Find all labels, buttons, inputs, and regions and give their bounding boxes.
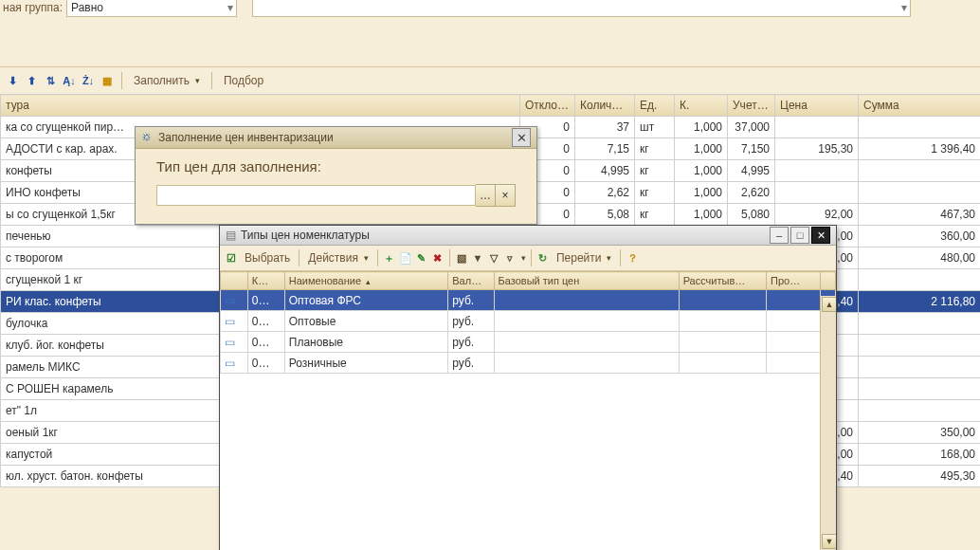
maximize-button[interactable]: □ <box>790 227 809 244</box>
cell-proc[interactable] <box>767 290 820 311</box>
cell-code[interactable]: 0… <box>247 353 284 374</box>
cell-price[interactable]: 92,00 <box>775 204 859 226</box>
arrow-down-icon[interactable]: ⬇ <box>6 74 19 87</box>
vertical-scrollbar[interactable]: ▲ ▼ <box>820 296 836 550</box>
close-button[interactable]: ✕ <box>811 227 830 244</box>
cell-proc[interactable] <box>767 311 820 332</box>
cell-sum[interactable]: 480,00 <box>859 248 981 269</box>
col-otk[interactable]: Отклон… <box>520 95 575 117</box>
arrow-up-icon[interactable]: ⬆ <box>25 74 38 87</box>
minimize-button[interactable]: – <box>770 227 789 244</box>
table-icon[interactable]: ▦ <box>100 74 114 87</box>
col-uchet[interactable]: Учет… <box>728 95 775 117</box>
cell-currency[interactable]: руб. <box>448 311 494 332</box>
col-code[interactable]: К… <box>247 272 284 290</box>
cell-currency[interactable]: руб. <box>448 332 494 353</box>
cell-icon[interactable]: ▭ <box>221 290 248 311</box>
cell-uchet[interactable]: 2,620 <box>728 182 775 204</box>
filter-operator-dropdown[interactable]: Равно ▾ <box>66 0 237 17</box>
clear-button[interactable]: × <box>496 184 516 207</box>
cell-sum[interactable] <box>859 117 981 138</box>
cell-uchet[interactable]: 37,000 <box>728 117 775 138</box>
cell-icon[interactable]: ▭ <box>221 311 248 332</box>
cell-sum[interactable] <box>859 160 981 182</box>
cell-code[interactable]: 0… <box>247 332 284 353</box>
cell-sum[interactable] <box>859 400 981 422</box>
cell-code[interactable]: 0… <box>247 311 284 332</box>
cell-sum[interactable]: 2 116,80 <box>859 291 981 313</box>
cell-qty[interactable]: 2,62 <box>575 182 635 204</box>
cell-unit[interactable]: кг <box>635 160 675 182</box>
col-name[interactable]: Наименование ▴ <box>284 272 448 290</box>
close-button[interactable]: ✕ <box>512 128 531 147</box>
list-item[interactable]: ▭0…Розничныеруб. <box>221 353 836 374</box>
cell-sum[interactable] <box>859 335 981 357</box>
cell-k[interactable]: 1,000 <box>675 138 728 160</box>
cell-calc[interactable] <box>679 332 766 353</box>
cell-price[interactable]: 195,30 <box>775 138 859 160</box>
cell-name[interactable]: Оптовые <box>284 311 448 332</box>
cell-price[interactable] <box>775 160 859 182</box>
cell-uchet[interactable]: 4,995 <box>728 160 775 182</box>
cell-code[interactable]: 0… <box>247 290 284 311</box>
cell-baseType[interactable] <box>494 332 679 353</box>
cell-baseType[interactable] <box>494 311 679 332</box>
cell-k[interactable]: 1,000 <box>675 160 728 182</box>
col-k[interactable]: К. <box>675 95 728 117</box>
col-proc[interactable]: Про… <box>767 272 820 290</box>
cell-calc[interactable] <box>679 311 766 332</box>
refresh-icon[interactable]: ↻ <box>536 251 550 265</box>
cell-k[interactable]: 1,000 <box>675 204 728 226</box>
actions-button[interactable]: Действия ▾ <box>304 249 372 266</box>
price-types-grid[interactable]: К… Наименование ▴ Вал… Базовый тип цен Р… <box>220 271 836 550</box>
sort-za-icon[interactable]: Ż↓ <box>82 74 95 87</box>
cell-sum[interactable] <box>859 378 981 400</box>
cell-sum[interactable]: 360,00 <box>859 226 981 248</box>
col-calc[interactable]: Рассчитыв… <box>679 272 766 290</box>
cell-baseType[interactable] <box>494 353 679 374</box>
mark-delete-icon[interactable]: ▧ <box>455 251 468 265</box>
col-icon[interactable] <box>221 272 248 290</box>
select-button[interactable]: Выбрать <box>241 249 294 266</box>
cell-price[interactable] <box>775 182 859 204</box>
window-title-bar[interactable]: ▤ Типы цен номенклатуры – □ ✕ <box>220 226 836 246</box>
col-basetype[interactable]: Базовый тип цен <box>494 272 679 290</box>
cell-uchet[interactable]: 7,150 <box>728 138 775 160</box>
delete-icon[interactable]: ✖ <box>431 251 445 265</box>
cell-unit[interactable]: кг <box>635 182 675 204</box>
select-button[interactable]: … <box>476 184 496 207</box>
col-currency[interactable]: Вал… <box>448 272 494 290</box>
cell-k[interactable]: 1,000 <box>675 182 728 204</box>
cell-qty[interactable]: 37 <box>575 117 635 138</box>
cell-uchet[interactable]: 5,080 <box>728 204 775 226</box>
cell-calc[interactable] <box>679 290 766 311</box>
col-qty[interactable]: Количе… <box>575 95 635 117</box>
cell-sum[interactable] <box>859 182 981 204</box>
col-unit[interactable]: Ед. <box>635 95 675 117</box>
cell-sum[interactable]: 350,00 <box>859 422 981 444</box>
list-item[interactable]: ▭0…Плановыеруб. <box>221 332 836 353</box>
cell-price[interactable] <box>775 117 859 138</box>
copy-icon[interactable]: 📄 <box>399 251 412 265</box>
goto-button[interactable]: Перейти ▾ <box>553 249 616 266</box>
cell-icon[interactable]: ▭ <box>221 353 248 374</box>
cell-name[interactable]: Оптовая ФРС <box>284 290 448 311</box>
col-sum[interactable]: Сумма <box>859 95 981 117</box>
arrow-swap-icon[interactable]: ⇅ <box>44 74 57 87</box>
cell-sum[interactable]: 467,30 <box>859 204 981 226</box>
cell-unit[interactable]: кг <box>635 138 675 160</box>
cell-proc[interactable] <box>767 353 820 374</box>
list-item[interactable]: ▭0…Оптовая ФРСруб. <box>221 290 836 311</box>
cell-name[interactable]: Розничные <box>284 353 448 374</box>
filter-off-icon[interactable]: ▿ <box>503 251 517 265</box>
filter-icon[interactable]: ▼ <box>471 251 484 265</box>
cell-qty[interactable]: 7,15 <box>575 138 635 160</box>
dialog-title-bar[interactable]: ⛭ Заполнение цен инвентаризации ✕ <box>136 127 536 149</box>
filter-by-icon[interactable]: ▽ <box>487 251 500 265</box>
filter-value-dropdown[interactable]: ▾ <box>252 0 911 17</box>
cell-qty[interactable]: 5,08 <box>575 204 635 226</box>
cell-calc[interactable] <box>679 353 766 374</box>
cell-sum[interactable] <box>859 313 981 335</box>
help-icon[interactable]: ？ <box>626 251 639 265</box>
scroll-down-icon[interactable]: ▼ <box>822 534 836 549</box>
